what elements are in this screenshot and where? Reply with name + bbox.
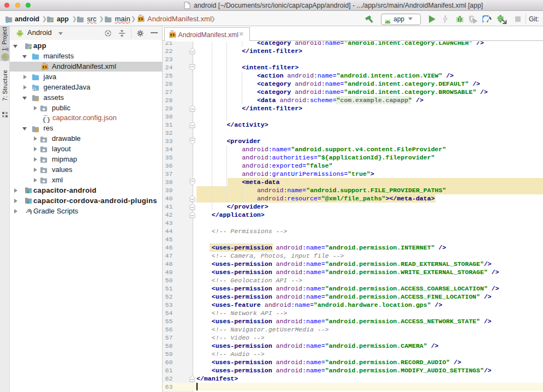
svg-text:{}: {} (43, 116, 50, 123)
